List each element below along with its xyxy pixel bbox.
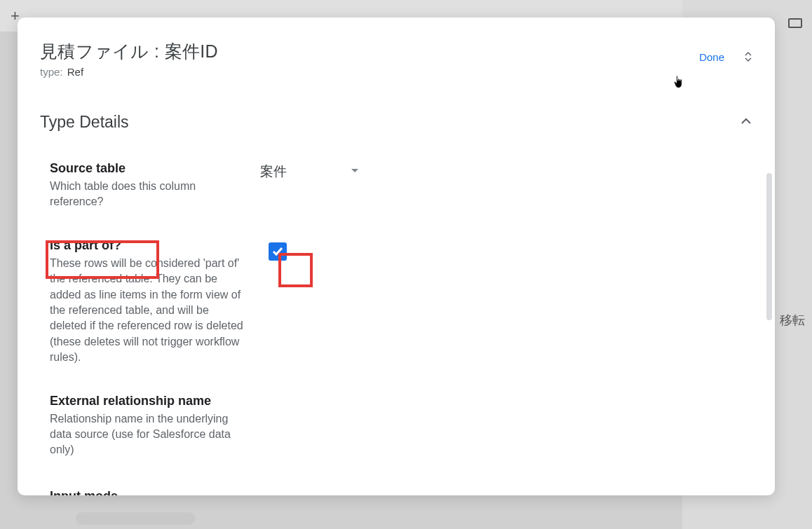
is-part-of-checkbox[interactable] <box>269 242 287 261</box>
device-icon <box>788 18 802 28</box>
external-rel-control <box>260 394 752 395</box>
source-table-description: Which table does this column reference? <box>50 179 246 210</box>
external-rel-label-col: External relationship name Relationship … <box>50 394 260 458</box>
input-mode-auto[interactable]: Auto <box>309 495 335 495</box>
backdrop-pill <box>76 512 195 525</box>
type-value: Ref <box>67 66 83 78</box>
source-table-control: 案件 <box>260 161 752 181</box>
input-mode-options: Auto Buttons Dropdown <box>309 486 752 495</box>
source-table-select[interactable]: 案件 <box>260 163 752 181</box>
input-mode-row: Input mode Auto Buttons Dropdown <box>50 486 752 495</box>
is-part-of-label-col: Is a part of? These rows will be conside… <box>50 238 260 366</box>
external-rel-label: External relationship name <box>50 394 260 408</box>
form-content: Source table Which table does this colum… <box>40 161 752 495</box>
input-mode-label: Input mode <box>50 489 309 495</box>
modal-title: 見積ファイル : 案件ID <box>40 40 218 63</box>
source-table-label: Source table <box>50 161 260 176</box>
type-label: type: <box>40 66 63 78</box>
dropdown-arrow-icon <box>350 165 360 178</box>
modal-subtitle: type: Ref <box>40 66 218 78</box>
source-table-label-col: Source table Which table does this colum… <box>50 161 260 210</box>
done-button[interactable]: Done <box>699 51 724 63</box>
is-part-of-label: Is a part of? <box>50 238 260 253</box>
input-mode-buttons[interactable]: Buttons <box>447 495 490 495</box>
external-rel-row: External relationship name Relationship … <box>50 394 752 458</box>
is-part-of-row: Is a part of? These rows will be conside… <box>50 238 752 366</box>
scrollbar[interactable] <box>766 173 772 320</box>
expand-collapse-icon[interactable] <box>744 50 752 64</box>
is-part-of-control <box>260 238 752 261</box>
is-part-of-description: These rows will be considered 'part of' … <box>50 256 246 366</box>
type-details-section-header[interactable]: Type Details <box>40 113 752 132</box>
section-title: Type Details <box>40 113 129 132</box>
modal-header: 見積ファイル : 案件ID type: Ref Done <box>40 40 752 78</box>
modal-header-right: Done <box>699 40 752 64</box>
modal-header-left: 見積ファイル : 案件ID type: Ref <box>40 40 218 78</box>
chevron-up-icon <box>740 115 752 130</box>
external-rel-description: Relationship name in the underlying data… <box>50 411 246 458</box>
input-mode-label-col: Input mode <box>50 489 309 495</box>
source-table-value: 案件 <box>260 163 287 181</box>
backdrop-right-text: 移転 <box>780 312 805 329</box>
input-mode-dropdown[interactable]: Dropdown <box>602 495 660 495</box>
column-settings-modal: 見積ファイル : 案件ID type: Ref Done Type Detail… <box>18 18 775 495</box>
source-table-row: Source table Which table does this colum… <box>50 161 752 210</box>
